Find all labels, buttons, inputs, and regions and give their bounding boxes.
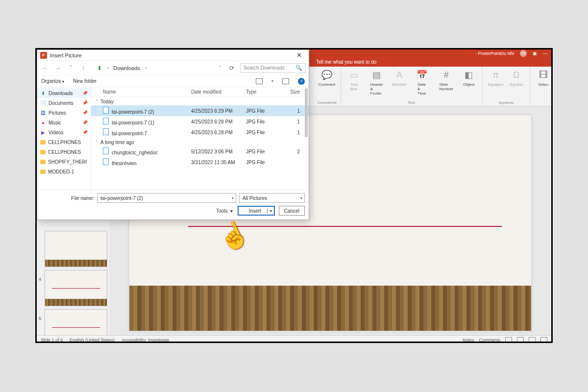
- file-group-header[interactable]: ˅Today: [91, 97, 309, 105]
- dialog-sidebar: ⬇Downloads📌📄Documents📌🖼Pictures📌●Music📌▶…: [37, 87, 91, 190]
- sidebar-item-videos[interactable]: ▶Videos📌: [37, 127, 91, 137]
- pin-icon[interactable]: 📌: [82, 120, 88, 125]
- ribbon-object[interactable]: ◧Object: [460, 69, 478, 96]
- sidebar-item-documents[interactable]: 📄Documents📌: [37, 98, 91, 108]
- chevron-down-icon[interactable]: ▾: [300, 196, 302, 200]
- video-icon: 🎞: [537, 69, 550, 81]
- status-comments[interactable]: Comments: [479, 338, 500, 343]
- view-normal-icon[interactable]: [505, 337, 512, 343]
- forward-icon[interactable]: →: [53, 64, 63, 72]
- videos-icon: ▶: [40, 130, 46, 135]
- view-options-icon[interactable]: [256, 78, 263, 84]
- status-language[interactable]: English (United States): [70, 338, 115, 343]
- search-input[interactable]: Search Downloads 🔍: [240, 63, 306, 73]
- documents-icon: 📄: [40, 100, 46, 106]
- ribbon-video[interactable]: 🎞Video: [534, 69, 553, 91]
- view-sorter-icon[interactable]: [517, 337, 524, 343]
- folder-icon: [40, 160, 46, 164]
- user-name: Do Nhi: [500, 51, 514, 56]
- slide-thumbnail[interactable]: [45, 231, 107, 267]
- pin-icon[interactable]: 📌: [82, 110, 88, 115]
- file-filter-dropdown[interactable]: All Pictures ▾: [239, 193, 305, 203]
- ribbon-comment[interactable]: 💬Comment: [318, 69, 336, 87]
- image-file-icon: [103, 158, 109, 165]
- chevron-down-icon[interactable]: ˅: [217, 65, 223, 71]
- ribbon-wordart[interactable]: AWordArt: [390, 69, 409, 96]
- back-icon[interactable]: ←: [40, 64, 50, 72]
- slide-thumbnail[interactable]: [45, 270, 107, 306]
- chevron-down-icon[interactable]: ▾: [268, 209, 274, 213]
- ribbon-symbol[interactable]: ΩSymbol: [507, 69, 526, 87]
- col-date[interactable]: Date modified: [191, 89, 246, 95]
- ribbon-slide-number[interactable]: #SlideNumber: [435, 69, 458, 96]
- ribbon-date-time[interactable]: 📅Date&Time: [411, 69, 433, 96]
- organize-button[interactable]: Organize ▾: [41, 78, 64, 84]
- file-row[interactable]: tai-powerpoint-7 (2)4/25/2023 6:29 PMJPG…: [91, 105, 309, 116]
- chevron-down-icon[interactable]: ▾: [232, 196, 234, 200]
- chevron-down-icon[interactable]: ▾: [271, 79, 273, 83]
- status-notes[interactable]: Notes: [463, 338, 474, 343]
- col-type[interactable]: Type: [246, 89, 280, 95]
- recent-icon[interactable]: ˅: [66, 64, 75, 72]
- sidebar-item-shopify-theri[interactable]: SHOPIFY_THERI: [37, 157, 91, 167]
- pin-icon[interactable]: 📌: [82, 100, 88, 105]
- sidebar-item-cellphones[interactable]: CELLPHONES: [37, 147, 91, 157]
- view-reading-icon[interactable]: [529, 337, 536, 343]
- thumb-number: [39, 231, 45, 243]
- folder-icon: [40, 150, 46, 154]
- help-icon[interactable]: ?: [298, 78, 305, 85]
- music-icon: ●: [40, 120, 46, 125]
- new-folder-button[interactable]: New folder: [73, 78, 97, 84]
- ribbon-equation[interactable]: πEquation: [487, 69, 505, 87]
- view-slideshow-icon[interactable]: [540, 337, 547, 343]
- crumb-sep[interactable]: ›: [105, 65, 110, 71]
- search-icon: 🔍: [295, 65, 302, 71]
- pin-icon[interactable]: 📌: [82, 91, 88, 96]
- file-row[interactable]: tai-powerpoint-7 (1)4/25/2023 6:28 PMJPG…: [91, 116, 309, 127]
- sidebar-item-pictures[interactable]: 🖼Pictures📌: [37, 108, 91, 118]
- sidebar-item-downloads[interactable]: ⬇Downloads📌: [37, 88, 91, 98]
- up-icon[interactable]: ↑: [78, 64, 88, 72]
- file-row[interactable]: thesinhvien3/31/2022 11:35 AMJPG File: [91, 157, 309, 168]
- dialog-footer: File name: tai-powerpoint-7 (2) ▾ All Pi…: [37, 190, 309, 220]
- downloads-icon: ⬇: [97, 65, 102, 72]
- user-avatar[interactable]: DN: [520, 50, 527, 57]
- pin-icon[interactable]: 📌: [82, 130, 88, 135]
- cancel-button[interactable]: Cancel: [279, 206, 305, 216]
- ribbon-display-icon[interactable]: ▣: [533, 51, 537, 56]
- preview-pane-icon[interactable]: [282, 78, 289, 84]
- wordart-icon: A: [393, 69, 406, 81]
- col-name[interactable]: Name: [103, 89, 191, 95]
- slide-number-icon: #: [440, 69, 453, 81]
- sidebar-item-cellphones[interactable]: CELLPHONES: [37, 137, 91, 147]
- filename-input[interactable]: tai-powerpoint-7 (2) ▾: [97, 193, 236, 203]
- close-icon[interactable]: ✕: [292, 51, 306, 59]
- folder-icon: [40, 140, 46, 145]
- ribbon-group-label: Symbols: [487, 100, 526, 105]
- ribbon-header-footer[interactable]: ▤Header&Footer: [366, 69, 388, 96]
- text-box-icon: ▭: [348, 69, 361, 81]
- scrollbar[interactable]: [305, 88, 308, 137]
- window-minimize-icon[interactable]: —: [543, 51, 547, 56]
- insert-button[interactable]: Insert ▾: [238, 206, 275, 216]
- slide-thumbnail[interactable]: [45, 309, 107, 335]
- ribbon-text-box[interactable]: ▭TextBox: [345, 69, 364, 96]
- tools-dropdown[interactable]: Tools ▾: [216, 208, 233, 214]
- dialog-nav: ← → ˅ ↑ ⬇ › Downloads › ˅ ⟳ Search Downl…: [37, 61, 309, 75]
- sidebar-item-music[interactable]: ●Music📌: [37, 118, 91, 127]
- powerpoint-icon: P: [40, 52, 47, 59]
- file-list: Name Date modified Type Size ˅Todaytai-p…: [91, 87, 309, 190]
- chevron-down-icon: ˅: [96, 140, 98, 145]
- file-row[interactable]: chungtoicic_nghedoc5/12/2022 3:06 PMJPG …: [91, 146, 309, 157]
- file-group-header[interactable]: ˅A long time ago: [91, 138, 309, 146]
- crumb-sep[interactable]: ›: [143, 65, 148, 71]
- file-list-header[interactable]: Name Date modified Type Size: [91, 87, 309, 97]
- downloads-icon: ⬇: [40, 91, 46, 96]
- refresh-icon[interactable]: ⟳: [226, 65, 237, 72]
- status-accessibility[interactable]: Accessibility: Investigate: [122, 338, 170, 343]
- col-size[interactable]: Size: [280, 89, 300, 95]
- sidebar-item-modded-[interactable]: MODDED-1: [37, 167, 91, 176]
- thumb-number: 5: [39, 309, 45, 321]
- file-row[interactable]: tai-powerpoint-74/25/2023 6:28 PMJPG Fil…: [91, 127, 309, 138]
- breadcrumb[interactable]: Downloads: [113, 65, 140, 71]
